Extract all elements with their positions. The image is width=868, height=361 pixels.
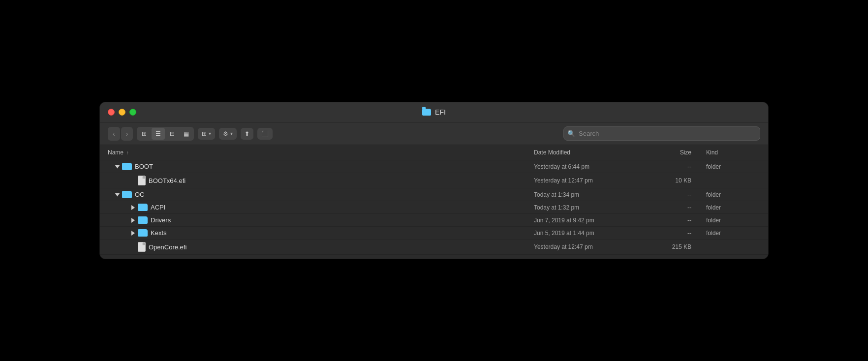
folder-icon [122,191,132,198]
chevron-down-icon: ▾ [230,131,233,136]
list-icon: ☰ [155,130,161,137]
row-kind: folder [701,204,760,211]
search-box: 🔍 [563,126,760,141]
disclosure-placeholder [131,178,135,183]
disclosure-triangle[interactable] [131,205,135,210]
close-button[interactable] [108,109,115,116]
search-icon: 🔍 [567,130,575,137]
toolbar: ‹ › ⊞ ☰ ⊟ ▦ ⊞ ▾ ⚙ ▾ ⬆ [100,122,768,145]
folder-icon [138,229,148,237]
row-kind: folder [701,163,760,170]
nav-back-button[interactable]: ‹ [108,127,120,141]
row-date: Jun 7, 2019 at 9:42 pm [534,217,642,224]
row-date: Yesterday at 6:44 pm [534,163,642,170]
file-name: OpenCore.efi [149,243,186,251]
tag-button[interactable]: ⬛ [257,128,273,140]
chevron-down-icon: ▾ [209,131,211,136]
file-name: BOOTx64.efi [149,177,186,184]
columns-icon: ⊟ [170,130,175,137]
row-date: Today at 1:34 pm [534,191,642,198]
column-headers: Name ↑ Date Modified Size Kind [100,145,768,160]
tag-icon: ⬛ [261,130,269,137]
row-size: 10 KB [642,177,701,184]
disclosure-triangle[interactable] [115,165,120,168]
row-size: -- [642,230,701,237]
view-list-button[interactable]: ☰ [152,128,165,140]
minimize-button[interactable] [119,109,125,116]
row-date: Yesterday at 12:47 pm [534,243,642,250]
share-button[interactable]: ⬆ [241,128,253,140]
row-kind: folder [701,217,760,224]
folder-title-icon [422,109,431,116]
file-name: OC [135,191,145,198]
row-size: -- [642,163,701,170]
file-name: Kexts [151,229,167,237]
disclosure-placeholder [131,244,135,249]
titlebar: EFI [100,102,768,122]
file-name: Drivers [151,216,171,224]
grid-icon: ⊞ [142,130,147,137]
col-name-header[interactable]: Name ↑ [108,149,534,156]
list-item[interactable]: Kexts Jun 5, 2019 at 1:44 pm -- folder [100,227,768,240]
view-buttons: ⊞ ☰ ⊟ ▦ [137,127,194,141]
window-title-text: EFI [435,108,446,116]
row-name: OC [108,191,534,198]
list-item[interactable]: ACPI Today at 1:32 pm -- folder [100,201,768,214]
gear-button[interactable]: ⚙ ▾ [219,128,237,140]
view-group-button[interactable]: ⊞ ▾ [198,128,215,140]
row-size: 215 KB [642,243,701,250]
row-name: OpenCore.efi [108,242,534,252]
file-icon [138,242,146,252]
list-item[interactable]: OC Today at 1:34 pm -- folder [100,188,768,201]
row-name: BOOT [108,163,534,170]
row-kind: folder [701,191,760,198]
row-size: -- [642,204,701,211]
disclosure-triangle[interactable] [131,218,135,223]
gear-icon: ⚙ [223,130,228,137]
group-icon: ⊞ [202,130,207,137]
col-size-header[interactable]: Size [642,149,701,156]
folder-icon [138,204,148,211]
row-name: ACPI [108,204,534,211]
file-list: BOOT Yesterday at 6:44 pm -- folder BOOT… [100,160,768,259]
row-name: Drivers [108,216,534,224]
list-item[interactable]: BOOT Yesterday at 6:44 pm -- folder [100,160,768,173]
nav-forward-button[interactable]: › [121,127,133,141]
row-size: -- [642,191,701,198]
folder-icon [122,163,132,170]
row-date: Jun 5, 2019 at 1:44 pm [534,230,642,237]
row-kind: folder [701,230,760,237]
search-input[interactable] [563,126,760,141]
list-item[interactable]: Drivers Jun 7, 2019 at 9:42 pm -- folder [100,214,768,227]
nav-buttons: ‹ › [108,127,133,141]
list-item[interactable]: BOOTx64.efi Yesterday at 12:47 pm 10 KB [100,173,768,188]
view-columns-button[interactable]: ⊟ [166,128,179,140]
disclosure-triangle[interactable] [115,193,120,196]
row-name: BOOTx64.efi [108,176,534,185]
sort-arrow-icon: ↑ [126,150,129,155]
file-name: BOOT [135,163,153,170]
row-name: Kexts [108,229,534,237]
list-item[interactable]: OpenCore.efi Yesterday at 12:47 pm 215 K… [100,240,768,255]
folder-icon [138,216,148,224]
view-gallery-button[interactable]: ▦ [180,128,193,140]
traffic-lights [108,109,136,116]
col-date-header[interactable]: Date Modified [534,149,642,156]
disclosure-triangle[interactable] [131,231,135,236]
gallery-icon: ▦ [184,130,189,137]
finder-window: EFI ‹ › ⊞ ☰ ⊟ ▦ ⊞ ▾ ⚙ ▾ [99,102,769,259]
file-icon [138,176,146,185]
maximize-button[interactable] [129,109,136,116]
share-icon: ⬆ [245,130,249,137]
row-date: Today at 1:32 pm [534,204,642,211]
file-name: ACPI [151,204,165,211]
view-icon-button[interactable]: ⊞ [138,128,151,140]
row-size: -- [642,217,701,224]
window-title: EFI [422,108,446,116]
col-kind-header[interactable]: Kind [701,149,760,156]
row-date: Yesterday at 12:47 pm [534,177,642,184]
